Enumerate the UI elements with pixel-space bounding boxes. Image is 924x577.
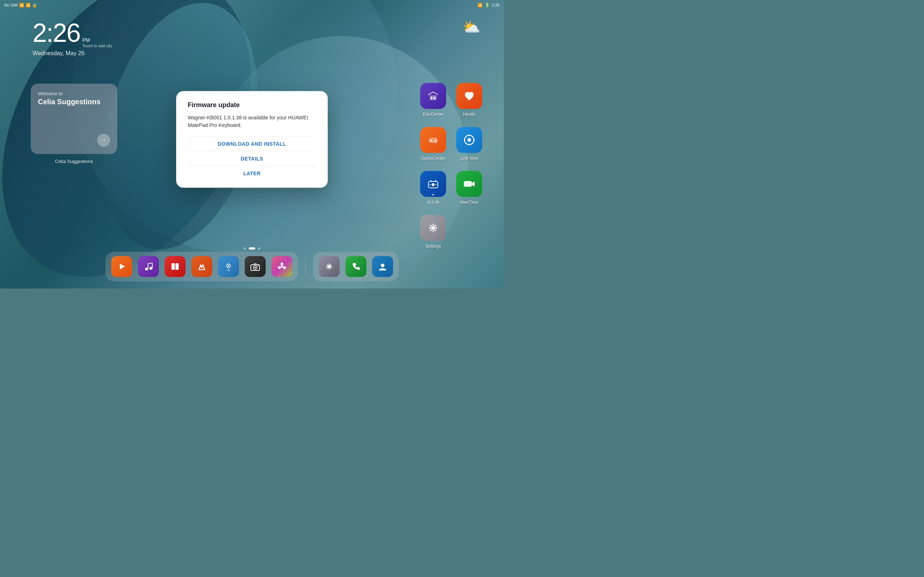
details-button[interactable]: DETAILS bbox=[188, 151, 316, 166]
dialog-body: Wagner-KB001 1.0.1.38 is available for y… bbox=[188, 114, 316, 129]
status-right: 📶 🔋 2:26 bbox=[478, 3, 499, 8]
dialog-overlay: Firmware update Wagner-KB001 1.0.1.38 is… bbox=[0, 0, 504, 288]
status-bar: No SIM 📶 📶 🔒 📶 🔋 2:26 bbox=[0, 0, 504, 10]
bluetooth-icon: 📶 bbox=[478, 3, 483, 8]
dialog-title: Firmware update bbox=[188, 102, 316, 109]
status-left: No SIM 📶 📶 🔒 bbox=[4, 3, 37, 8]
signal-icon: 📶 bbox=[19, 3, 24, 8]
later-button[interactable]: LATER bbox=[188, 166, 316, 181]
status-time: 2:26 bbox=[492, 3, 499, 7]
battery-icon: 🔋 bbox=[485, 3, 490, 8]
wifi-icon: 📶 bbox=[26, 3, 31, 8]
carrier-label: No SIM bbox=[4, 3, 18, 7]
vpn-icon: 🔒 bbox=[32, 3, 37, 8]
firmware-update-dialog: Firmware update Wagner-KB001 1.0.1.38 is… bbox=[176, 91, 328, 188]
download-install-button[interactable]: DOWNLOAD AND INSTALL bbox=[188, 136, 316, 151]
